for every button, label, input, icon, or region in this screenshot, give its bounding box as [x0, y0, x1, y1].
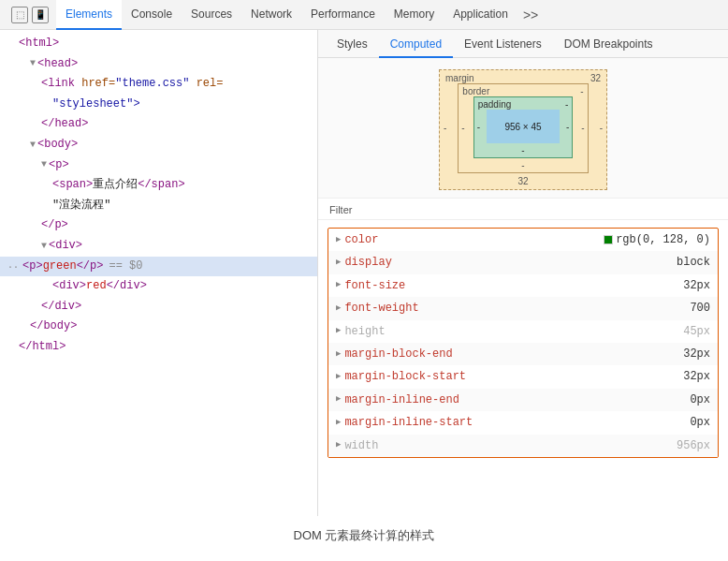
- head-tag: ▼ <head>: [0, 54, 317, 75]
- expand-icon[interactable]: ▶: [336, 256, 341, 270]
- property-value: 700: [690, 299, 710, 317]
- tab-sources[interactable]: Sources: [182, 0, 241, 30]
- border-right-val: -: [578, 123, 587, 133]
- property-row[interactable]: ▶width956px: [328, 435, 718, 457]
- caption-text: DOM 元素最终计算的样式: [294, 527, 435, 544]
- tab-application[interactable]: Application: [444, 0, 517, 30]
- expand-icon[interactable]: ▶: [336, 392, 341, 406]
- div-red-tag: <div>red</div>: [0, 276, 317, 297]
- property-value: 0px: [690, 391, 710, 409]
- subtab-event-listeners[interactable]: Event Listeners: [453, 37, 553, 58]
- property-name: margin-block-end: [344, 345, 683, 363]
- margin-box: margin 32 - border - -: [439, 69, 607, 190]
- margin-right-value: -: [596, 124, 606, 133]
- collapse-icon[interactable]: ▼: [30, 55, 36, 72]
- expand-icon[interactable]: ▶: [336, 438, 341, 452]
- caption-area: DOM 元素最终计算的样式: [0, 516, 728, 555]
- subtab-styles[interactable]: Styles: [326, 37, 379, 58]
- body-close-tag: </body>: [0, 317, 317, 337]
- tab-memory[interactable]: Memory: [385, 0, 444, 30]
- span-tag: <span>重点介绍</span>: [0, 175, 317, 196]
- more-tabs-button[interactable]: >>: [517, 0, 544, 30]
- p-close-tag: </p>: [0, 215, 317, 236]
- property-value: 45px: [683, 322, 710, 341]
- border-left-val: -: [459, 123, 467, 133]
- property-name: margin-inline-start: [344, 413, 690, 432]
- expand-icon[interactable]: ▶: [336, 370, 341, 384]
- property-name: font-size: [344, 276, 683, 295]
- property-row[interactable]: ▶colorrgb(0, 128, 0): [328, 229, 718, 251]
- property-value: 0px: [690, 413, 710, 432]
- property-name: margin-block-start: [344, 367, 683, 386]
- dom-ref: == $0: [109, 257, 142, 277]
- div-tag: ▼ <div>: [0, 236, 317, 257]
- link-tag-cont: "stylesheet">: [0, 95, 317, 115]
- margin-bottom-value: 32: [517, 176, 528, 186]
- border-label: border: [462, 86, 489, 96]
- property-row[interactable]: ▶font-size32px: [328, 274, 718, 297]
- border-val: -: [580, 86, 583, 96]
- dot-indicator: ..: [7, 258, 19, 274]
- property-name: height: [344, 322, 683, 341]
- property-row[interactable]: ▶height45px: [328, 320, 718, 343]
- property-row[interactable]: ▶displayblock: [328, 251, 718, 273]
- padding-val-top: -: [565, 99, 568, 110]
- property-row[interactable]: ▶margin-block-start32px: [328, 365, 718, 388]
- property-row[interactable]: ▶margin-block-end32px: [328, 343, 718, 365]
- html-tag: <html>: [0, 34, 317, 54]
- margin-label: margin: [445, 73, 474, 83]
- subtab-dom-breakpoints[interactable]: DOM Breakpoints: [553, 37, 664, 58]
- subtab-computed[interactable]: Computed: [379, 37, 453, 58]
- property-value: rgb(0, 128, 0): [604, 230, 710, 249]
- collapse-icon[interactable]: ▼: [41, 156, 47, 173]
- tab-performance[interactable]: Performance: [301, 0, 385, 30]
- collapse-icon[interactable]: ▼: [30, 137, 36, 154]
- expand-icon[interactable]: ▶: [336, 278, 341, 292]
- box-model-area: margin 32 - border - -: [318, 58, 728, 199]
- property-row[interactable]: ▶font-weight700: [328, 297, 718, 319]
- property-value: 32px: [683, 276, 710, 295]
- inspect-icon[interactable]: ⬚: [11, 7, 28, 23]
- head-close-tag: </head>: [0, 114, 317, 135]
- padding-label: padding: [478, 99, 512, 110]
- collapse-icon[interactable]: ▼: [41, 238, 47, 255]
- content-box: 956 × 45: [487, 110, 560, 143]
- content-size: 956 × 45: [504, 122, 541, 132]
- body-tag: ▼ <body>: [0, 135, 317, 155]
- device-icon[interactable]: 📱: [32, 7, 49, 23]
- expand-icon[interactable]: ▶: [336, 347, 341, 362]
- padding-bottom-val: -: [521, 145, 524, 155]
- expand-icon[interactable]: ▶: [336, 324, 341, 338]
- div-close-tag: </div>: [0, 297, 317, 317]
- properties-area: ▶colorrgb(0, 128, 0)▶displayblock▶font-s…: [328, 228, 719, 458]
- property-value: 32px: [683, 367, 710, 386]
- p-tag: ▼ <p>: [0, 155, 317, 176]
- property-row[interactable]: ▶margin-inline-start0px: [328, 411, 718, 434]
- p-green-selected[interactable]: .. <p>green</p> == $0: [0, 257, 317, 277]
- link-tag: <link href="theme.css" rel=: [0, 74, 317, 95]
- padding-right-val: -: [563, 122, 572, 132]
- main-layout: <html> ▼ <head> <link href="theme.css" r…: [0, 30, 728, 516]
- property-value: block: [677, 253, 710, 272]
- elements-panel: <html> ▼ <head> <link href="theme.css" r…: [0, 30, 318, 516]
- text-node: "渲染流程": [0, 196, 317, 216]
- property-name: color: [344, 230, 604, 249]
- property-value: 32px: [683, 345, 710, 363]
- padding-box: padding - - 956 × 45: [473, 96, 574, 158]
- color-swatch: [604, 235, 613, 244]
- expand-icon[interactable]: ▶: [336, 302, 341, 316]
- tab-network[interactable]: Network: [241, 0, 301, 30]
- property-name: display: [344, 253, 677, 272]
- tab-console[interactable]: Console: [122, 0, 182, 30]
- filter-label: Filter: [329, 204, 352, 215]
- tab-elements[interactable]: Elements: [56, 0, 122, 30]
- html-close-tag: </html>: [0, 337, 317, 358]
- right-panel: Styles Computed Event Listeners DOM Brea…: [318, 30, 728, 516]
- border-box: border - - padding -: [458, 83, 588, 173]
- nav-icons: ⬚ 📱: [4, 7, 56, 23]
- property-row[interactable]: ▶margin-inline-end0px: [328, 389, 718, 411]
- expand-icon[interactable]: ▶: [336, 416, 341, 430]
- padding-left-val: -: [474, 122, 483, 132]
- expand-icon[interactable]: ▶: [336, 233, 341, 247]
- devtools-nav: ⬚ 📱 Elements Console Sources Network Per…: [0, 0, 728, 30]
